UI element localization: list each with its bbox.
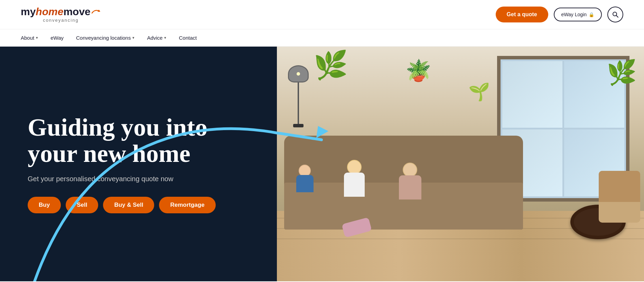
plant-2: 🪴: [405, 58, 431, 83]
search-button[interactable]: [607, 7, 623, 22]
lamp-base: [293, 124, 304, 127]
btn-buy[interactable]: Buy: [28, 197, 61, 213]
lamp-pole: [298, 82, 299, 124]
floor-board-3: [277, 239, 644, 239]
logo-arrow-icon: [91, 8, 101, 15]
header: my home move conveyancing Get a quote eW…: [0, 0, 644, 29]
btn-buy-sell[interactable]: Buy & Sell: [103, 197, 154, 213]
adult1-body: [344, 173, 365, 197]
nav-item-advice[interactable]: Advice ▾: [147, 35, 166, 41]
logo-move: move: [63, 7, 90, 17]
adult2-head: [403, 163, 417, 177]
nav-locations-chevron: ▾: [132, 36, 134, 40]
nav-locations-label: Conveyancing locations: [76, 35, 131, 41]
person-child: [296, 165, 314, 192]
logo-text: my home move: [21, 7, 101, 17]
nav-item-locations[interactable]: Conveyancing locations ▾: [76, 35, 134, 41]
nav-advice-chevron: ▾: [164, 36, 166, 40]
nav-advice-label: Advice: [147, 35, 162, 41]
adult2-body: [399, 175, 421, 200]
eway-login-button[interactable]: eWay Login 🔒: [554, 8, 602, 21]
hero-buttons: Buy Sell Buy & Sell Remortgage: [28, 197, 249, 213]
sofa-back: [284, 136, 523, 230]
person-adult1: [344, 160, 365, 197]
armchair-back: [599, 171, 640, 202]
search-icon: [612, 11, 619, 18]
lock-icon: 🔒: [589, 12, 594, 17]
nav-contact-label: Contact: [179, 35, 197, 41]
logo-sub: conveyancing: [43, 18, 79, 23]
lamp-bulb: [297, 72, 300, 76]
hero-section: Guiding you into your new home Get your …: [0, 47, 644, 281]
nav-about-chevron: ▾: [36, 36, 38, 40]
hero-left-panel: Guiding you into your new home Get your …: [0, 47, 277, 281]
svg-line-2: [616, 16, 618, 17]
floor-lamp: [288, 65, 309, 127]
plant-yellow: 🌱: [468, 82, 490, 102]
btn-sell[interactable]: Sell: [66, 197, 98, 213]
lamp-shade: [288, 65, 309, 82]
get-quote-button[interactable]: Get a quote: [496, 7, 548, 22]
main-nav: About ▾ eWay Conveyancing locations ▾ Ad…: [0, 29, 644, 47]
plant-right: 🌿: [607, 58, 637, 87]
nav-item-contact[interactable]: Contact: [179, 35, 197, 41]
nav-item-about[interactable]: About ▾: [21, 35, 38, 41]
nav-item-eway[interactable]: eWay: [50, 35, 64, 41]
plant-1: 🌿: [314, 51, 348, 79]
hero-subtitle: Get your personalised conveyancing quote…: [28, 175, 249, 183]
nav-eway-label: eWay: [50, 35, 64, 41]
eway-login-label: eWay Login: [561, 12, 587, 17]
adult1-head: [347, 160, 362, 174]
hero-right-panel: 🌿 🪴 🌱: [277, 47, 644, 281]
armchair: [599, 171, 640, 223]
logo-my: my: [21, 7, 36, 17]
logo-home: home: [36, 7, 63, 17]
hero-image: 🌿 🪴 🌱: [277, 47, 644, 281]
btn-remortgage[interactable]: Remortgage: [159, 197, 215, 213]
logo[interactable]: my home move conveyancing: [21, 7, 101, 23]
hero-heading: Guiding you into your new home: [28, 115, 249, 167]
window-pane-1: [502, 61, 562, 128]
child-body: [296, 175, 314, 192]
person-adult2: [399, 163, 421, 200]
header-actions: Get a quote eWay Login 🔒: [496, 7, 623, 22]
nav-about-label: About: [21, 35, 34, 41]
